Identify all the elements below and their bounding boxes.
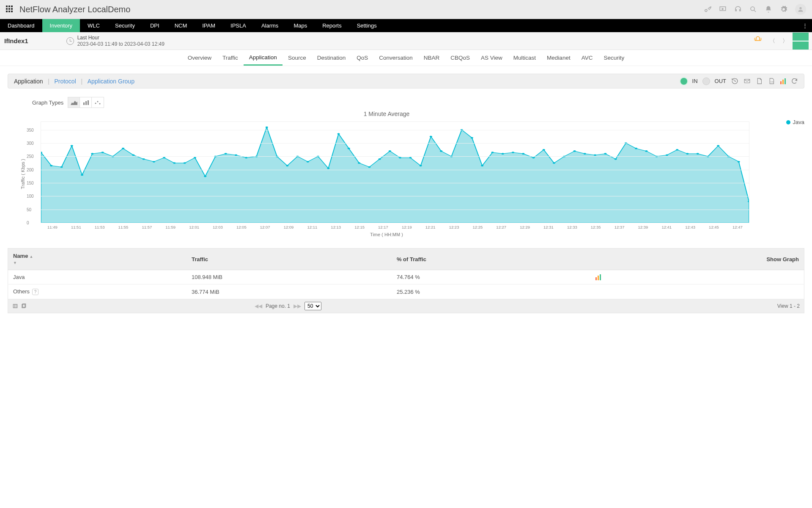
hamburger-menu-button[interactable] <box>793 33 809 50</box>
svg-point-41 <box>348 148 350 149</box>
direction-out-toggle[interactable] <box>703 78 710 85</box>
svg-point-1 <box>751 7 754 11</box>
svg-point-17 <box>102 152 104 153</box>
svg-point-50 <box>440 150 442 152</box>
svg-point-16 <box>91 153 93 155</box>
filter-tab-appgroup[interactable]: Application Group <box>88 78 134 85</box>
refresh-icon[interactable] <box>791 77 798 85</box>
svg-point-30 <box>235 155 237 156</box>
nav-ncm[interactable]: NCM <box>167 19 195 32</box>
filter-tab-protocol[interactable]: Protocol <box>54 78 76 85</box>
bell-icon[interactable] <box>765 6 772 13</box>
mail-icon[interactable] <box>743 77 751 85</box>
col-graph[interactable]: Show Graph <box>590 248 804 270</box>
table-row[interactable]: Others?36.774 MiB25.236 % <box>8 284 804 299</box>
export-icon[interactable] <box>21 303 27 309</box>
svg-point-14 <box>71 145 73 147</box>
graph-type-scatter-button[interactable] <box>92 97 104 108</box>
apps-grid-icon[interactable] <box>6 6 14 13</box>
nav-wlc[interactable]: WLC <box>80 19 107 32</box>
presentation-icon[interactable] <box>719 6 727 13</box>
svg-point-61 <box>553 162 555 164</box>
columns-icon[interactable] <box>12 303 18 309</box>
svg-point-31 <box>245 157 247 159</box>
subnav-multicast[interactable]: Multicast <box>508 50 541 66</box>
svg-point-69 <box>635 148 637 149</box>
csv-icon[interactable]: CSV <box>768 77 775 85</box>
svg-point-15 <box>81 174 83 176</box>
svg-point-13 <box>60 166 63 168</box>
nav-reports[interactable]: Reports <box>315 19 349 32</box>
graph-type-area-button[interactable] <box>68 97 80 108</box>
page-first-icon[interactable]: ◀◀ <box>255 303 262 309</box>
subnav-security[interactable]: Security <box>598 50 630 66</box>
svg-point-11 <box>41 152 42 153</box>
alert-bell-icon[interactable] <box>751 36 765 46</box>
nav-more-icon[interactable]: ⋮ <box>798 19 812 32</box>
help-icon[interactable]: ? <box>32 289 38 295</box>
nav-alarms[interactable]: Alarms <box>254 19 286 32</box>
nav-maps[interactable]: Maps <box>286 19 315 32</box>
svg-point-74 <box>686 153 689 155</box>
svg-point-21 <box>143 158 145 160</box>
bar-chart-icon[interactable] <box>780 78 786 84</box>
graph-type-bar-button[interactable] <box>80 97 92 108</box>
rocket-icon[interactable] <box>704 6 711 13</box>
show-graph-icon[interactable] <box>595 274 799 280</box>
user-avatar[interactable] <box>795 4 806 15</box>
headset-icon[interactable] <box>734 6 742 13</box>
subnav-conversation[interactable]: Conversation <box>373 50 418 66</box>
direction-in-toggle[interactable] <box>680 78 687 85</box>
svg-rect-5 <box>83 102 85 105</box>
svg-point-42 <box>358 162 360 164</box>
subnav-overview[interactable]: Overview <box>182 50 217 66</box>
svg-point-48 <box>420 165 422 167</box>
history-icon[interactable] <box>731 77 738 85</box>
svg-point-19 <box>122 148 124 149</box>
nav-dashboard[interactable]: Dashboard <box>0 19 42 32</box>
chart-legend[interactable]: Java <box>786 119 804 125</box>
col-traffic[interactable]: Traffic <box>187 248 392 270</box>
subnav-qos[interactable]: QoS <box>351 50 373 66</box>
chart-svg <box>41 122 749 223</box>
page-label: Page no. 1 <box>266 303 290 309</box>
nav-settings[interactable]: Settings <box>349 19 384 32</box>
table-row[interactable]: Java108.948 MiB74.764 % <box>8 270 804 284</box>
col-pct[interactable]: % of Traffic <box>392 248 590 270</box>
nav-dpi[interactable]: DPI <box>143 19 167 32</box>
svg-point-57 <box>512 152 514 153</box>
interface-name: IfIndex1 <box>3 37 33 44</box>
app-title: NetFlow Analyzer LocalDemo <box>19 5 130 14</box>
next-arrow-icon[interactable]: 〉 <box>780 36 790 46</box>
svg-point-67 <box>614 158 617 160</box>
svg-point-54 <box>481 165 483 167</box>
subnav-nbar[interactable]: NBAR <box>418 50 445 66</box>
svg-point-64 <box>584 153 586 155</box>
page-size-select[interactable]: 50 <box>304 302 321 310</box>
nav-inventory[interactable]: Inventory <box>42 19 80 32</box>
subnav-application[interactable]: Application <box>244 50 283 66</box>
prev-arrow-icon[interactable]: 〈 <box>767 36 777 46</box>
nav-ipam[interactable]: IPAM <box>195 19 223 32</box>
subnav-medianet[interactable]: Medianet <box>541 50 576 66</box>
subnav-source[interactable]: Source <box>283 50 312 66</box>
pdf-icon[interactable] <box>756 77 763 85</box>
col-name[interactable]: Name▲▼ <box>8 248 187 270</box>
clock-icon[interactable] <box>66 37 74 45</box>
filter-tab-application[interactable]: Application <box>14 78 43 85</box>
nav-security[interactable]: Security <box>107 19 143 32</box>
subnav-avc[interactable]: AVC <box>576 50 598 66</box>
gear-icon[interactable] <box>780 6 787 13</box>
svg-point-44 <box>379 158 381 160</box>
subnav-traffic[interactable]: Traffic <box>217 50 244 66</box>
svg-rect-3 <box>744 79 750 83</box>
legend-dot-icon <box>786 120 790 124</box>
chart-plot-area: 050100150200250300350 <box>41 121 749 223</box>
nav-ipsla[interactable]: IPSLA <box>223 19 254 32</box>
subnav-as-view[interactable]: AS View <box>475 50 508 66</box>
subnav-destination[interactable]: Destination <box>312 50 351 66</box>
svg-point-12 <box>50 165 52 167</box>
subnav-cbqos[interactable]: CBQoS <box>445 50 475 66</box>
search-icon[interactable] <box>749 6 757 13</box>
page-next-icon[interactable]: ▶▶ <box>294 303 301 309</box>
